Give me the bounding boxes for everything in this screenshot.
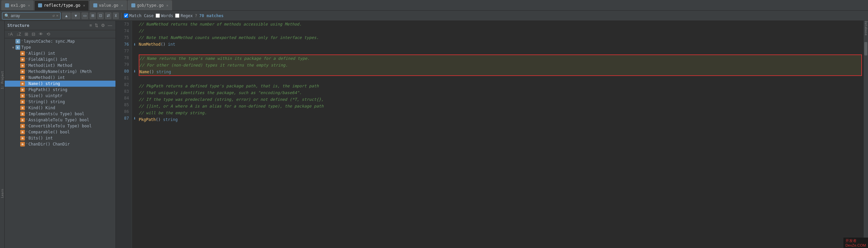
item-label: Size() uintptr [28,94,62,98]
line-num-73: 73 [116,21,129,28]
collapse-button[interactable]: ⊟ [31,31,36,37]
func-nummethod: NumMethod [139,41,161,48]
tree-item-assignableto[interactable]: m ° AssignableTo(u Type) bool [5,117,116,123]
tree-item-kind[interactable]: m ° Kind() Kind [5,105,116,111]
comment-85: // []int, or A where A is an alias for a… [139,103,323,110]
tree-item-bits[interactable]: m ° Bits() int [5,135,116,141]
regex-checkbox[interactable] [175,13,180,18]
tab-gobtype[interactable]: gob/type.go × [128,0,173,10]
separator [121,13,122,19]
tree-item-nummethod[interactable]: m ° NumMethod() int [5,75,116,81]
code-line-77 [139,48,862,55]
tree-item-methodbyname[interactable]: m ° MethodByName(string) (Meth [5,69,116,75]
structure-panel: Structure ≡ ⇅ ⚙ — ↑A ↓Z ⊞ ⊟ 👁 ⟲ c ° layo… [5,21,116,248]
tab-close[interactable]: × [83,4,85,7]
type-string-87: string [163,116,178,123]
method-icon: m [20,51,25,56]
line-num-81: 81 [116,75,129,81]
regex-help-icon[interactable]: ? [195,13,197,18]
tab-reflecttype[interactable]: reflect/type.go × [34,0,89,10]
tree-item-method[interactable]: m ° Method(int) Method [5,63,116,69]
gutter-75 [132,34,137,41]
search-view-button[interactable]: ▭ [82,12,88,19]
method-icon: m [20,136,25,140]
project-panel-label[interactable]: 1: Project [1,71,4,89]
method-icon: m [20,69,25,74]
tree-item-size[interactable]: m ° Size() uintptr [5,93,116,99]
search-navigation: ▲ ▼ [62,12,80,19]
sort-desc-button[interactable]: ↓Z [15,31,22,37]
sort-asc-button[interactable]: ↑A [7,31,14,37]
tab-valuego[interactable]: value.go × [90,0,127,10]
gutter-73 [132,21,137,28]
modifier: ° [26,124,28,128]
search-bar: 🔍 ↺ × ▲ ▼ ▭ ⊞ ⊡ ⇄ ⊻ Match Case Words Reg… [0,11,868,21]
close-search-icon[interactable]: × [56,13,59,18]
type-int-76: int [168,41,176,48]
search-replace-button[interactable]: ⇄ [105,12,112,19]
item-label: Bits() int [28,136,53,140]
tree-item-chandir[interactable]: m ° ChanDir() ChanDir [5,141,116,147]
code-line-84: // If the type was predeclared (string, … [139,96,862,103]
match-case-checkbox[interactable] [124,13,128,18]
match-case-option[interactable]: Match Case [124,13,154,18]
search-prev-button[interactable]: ▲ [62,12,71,19]
tree-item-pkgpath[interactable]: m ° PkgPath() string [5,87,116,93]
expand-button[interactable]: ⊞ [24,31,29,37]
comment-78: // Name returns the type's name within i… [140,55,310,62]
tab-close[interactable]: × [28,4,30,7]
tab-close[interactable]: × [166,4,168,7]
code-line-78: // Name returns the type's name within i… [140,55,861,62]
modifier: ° [26,64,28,67]
tree-item-comparable[interactable]: m ° Comparable() bool [5,129,116,135]
method-icon: m [20,118,25,122]
match-case-label: Match Case [129,13,154,18]
regex-option[interactable]: Regex [175,13,193,18]
search-filter-button[interactable]: ⊻ [113,12,119,19]
gutter-84 [132,95,137,102]
structure-settings-button[interactable]: ⚙ [100,23,106,28]
search-input[interactable] [11,13,51,18]
words-option[interactable]: Words [156,13,173,18]
method-icon: m [20,81,25,86]
comment-79: // For other (non-defined) types it retu… [140,62,288,69]
method-icon: m [20,106,25,110]
tab-ex1go[interactable]: ex1.go × [1,0,34,10]
tree-item-implements[interactable]: m ° Implements(u Type) bool [5,111,116,117]
learn-panel-label[interactable]: Learn [1,189,4,198]
right-scrollbar[interactable] [864,35,868,248]
structure-toolbar: ↑A ↓Z ⊞ ⊟ 👁 ⟲ [5,30,116,38]
structure-close-button[interactable]: — [107,23,113,28]
words-checkbox[interactable] [156,13,160,18]
search-split-button[interactable]: ⊞ [90,12,96,19]
structure-icon-btn-2[interactable]: ⇅ [94,23,99,28]
clear-search-icon[interactable]: ↺ [53,13,55,18]
comment-86: // will be the empty string. [139,110,207,116]
structure-icon-btn-1[interactable]: ≡ [89,23,93,28]
line-num-87: 87 [116,115,129,122]
gutter-80: ⬇ [132,68,137,75]
search-options-button[interactable]: ⊡ [97,12,104,19]
scroll-thumb[interactable] [864,42,867,56]
code-content[interactable]: // NumMethod returns the number of metho… [137,21,863,248]
structure-tree: c ° layoutCache: sync.Map ▼ c Type m ° A… [5,38,116,248]
tab-close[interactable]: × [121,4,123,7]
item-label: NumMethod() int [28,75,65,80]
left-sidebar: 1: Project Learn [0,21,5,248]
tree-item-convertibleto[interactable]: m ° ConvertibleTo(u Type) bool [5,123,116,129]
tree-item-fieldalign[interactable]: m ° FieldAlign() int [5,57,116,63]
tree-item-type[interactable]: ▼ c Type [5,44,116,50]
gutter-76: ⬇ [132,41,137,48]
modifier: ° [26,58,28,61]
tree-item-name[interactable]: m ° Name() string [5,81,116,87]
inherited-button[interactable]: ⟲ [45,31,51,37]
search-next-button[interactable]: ▼ [71,12,80,19]
gutter-87: ⬇ [132,115,137,122]
database-panel-label[interactable]: Database [864,21,868,35]
tree-item-layoutcache[interactable]: c ° layoutCache: sync.Map [5,38,116,44]
members-button[interactable]: 👁 [38,31,44,37]
right-sidebar: Database [863,21,868,248]
tab-label: ex1.go [11,3,25,8]
tree-item-string[interactable]: m ° String() string [5,99,116,105]
tree-item-align[interactable]: m ° Align() int [5,50,116,57]
